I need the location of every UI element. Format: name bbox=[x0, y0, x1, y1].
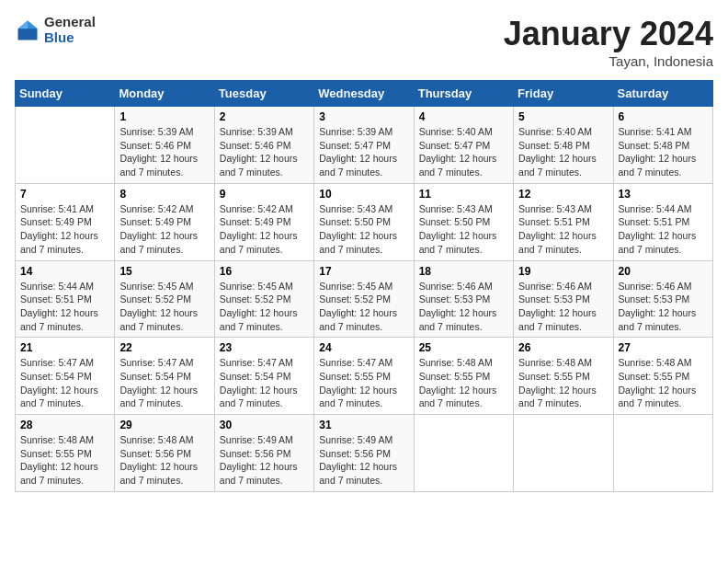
calendar-cell bbox=[613, 415, 712, 492]
calendar-cell: 13Sunrise: 5:44 AM Sunset: 5:51 PM Dayli… bbox=[613, 183, 712, 260]
day-number: 26 bbox=[518, 341, 608, 354]
day-number: 16 bbox=[220, 265, 309, 278]
calendar-cell: 1Sunrise: 5:39 AM Sunset: 5:46 PM Daylig… bbox=[115, 107, 214, 184]
day-detail: Sunrise: 5:43 AM Sunset: 5:51 PM Dayligh… bbox=[518, 202, 608, 257]
day-detail: Sunrise: 5:43 AM Sunset: 5:50 PM Dayligh… bbox=[419, 202, 508, 257]
day-detail: Sunrise: 5:45 AM Sunset: 5:52 PM Dayligh… bbox=[319, 280, 408, 334]
day-number: 24 bbox=[319, 341, 408, 354]
calendar-cell: 6Sunrise: 5:41 AM Sunset: 5:48 PM Daylig… bbox=[613, 107, 712, 184]
day-number: 6 bbox=[619, 110, 708, 123]
calendar-cell: 26Sunrise: 5:48 AM Sunset: 5:55 PM Dayli… bbox=[514, 338, 613, 415]
calendar-cell: 19Sunrise: 5:46 AM Sunset: 5:53 PM Dayli… bbox=[514, 260, 613, 338]
day-number: 13 bbox=[619, 188, 708, 201]
day-detail: Sunrise: 5:46 AM Sunset: 5:53 PM Dayligh… bbox=[619, 280, 708, 334]
day-detail: Sunrise: 5:44 AM Sunset: 5:51 PM Dayligh… bbox=[20, 280, 109, 334]
calendar-week-row: 14Sunrise: 5:44 AM Sunset: 5:51 PM Dayli… bbox=[16, 260, 713, 338]
calendar-header-row: Sunday Monday Tuesday Wednesday Thursday… bbox=[16, 81, 713, 107]
calendar-cell: 12Sunrise: 5:43 AM Sunset: 5:51 PM Dayli… bbox=[514, 183, 613, 260]
calendar-cell: 10Sunrise: 5:43 AM Sunset: 5:50 PM Dayli… bbox=[314, 183, 414, 260]
day-detail: Sunrise: 5:45 AM Sunset: 5:52 PM Dayligh… bbox=[119, 280, 209, 334]
calendar-cell: 27Sunrise: 5:48 AM Sunset: 5:55 PM Dayli… bbox=[613, 338, 712, 415]
col-thursday: Thursday bbox=[414, 81, 513, 107]
calendar-cell: 31Sunrise: 5:49 AM Sunset: 5:56 PM Dayli… bbox=[314, 415, 414, 492]
calendar-cell: 30Sunrise: 5:49 AM Sunset: 5:56 PM Dayli… bbox=[214, 415, 313, 492]
col-wednesday: Wednesday bbox=[314, 81, 414, 107]
day-detail: Sunrise: 5:41 AM Sunset: 5:49 PM Dayligh… bbox=[20, 202, 109, 257]
day-number: 25 bbox=[419, 341, 508, 354]
day-detail: Sunrise: 5:48 AM Sunset: 5:55 PM Dayligh… bbox=[419, 356, 508, 410]
day-detail: Sunrise: 5:47 AM Sunset: 5:54 PM Dayligh… bbox=[220, 356, 309, 410]
day-detail: Sunrise: 5:46 AM Sunset: 5:53 PM Dayligh… bbox=[518, 280, 608, 334]
logo-text: General Blue bbox=[44, 15, 96, 45]
day-detail: Sunrise: 5:40 AM Sunset: 5:48 PM Dayligh… bbox=[518, 125, 608, 179]
day-number: 7 bbox=[20, 188, 109, 201]
day-number: 31 bbox=[319, 419, 408, 431]
day-number: 14 bbox=[20, 265, 109, 278]
calendar-cell: 14Sunrise: 5:44 AM Sunset: 5:51 PM Dayli… bbox=[16, 260, 115, 338]
svg-marker-1 bbox=[28, 20, 38, 29]
calendar-cell: 25Sunrise: 5:48 AM Sunset: 5:55 PM Dayli… bbox=[414, 338, 513, 415]
day-number: 9 bbox=[220, 188, 309, 201]
day-detail: Sunrise: 5:42 AM Sunset: 5:49 PM Dayligh… bbox=[119, 202, 209, 257]
day-number: 2 bbox=[220, 110, 309, 123]
day-number: 10 bbox=[319, 188, 408, 201]
day-number: 12 bbox=[518, 188, 608, 201]
calendar-cell: 4Sunrise: 5:40 AM Sunset: 5:47 PM Daylig… bbox=[414, 107, 513, 184]
day-number: 22 bbox=[119, 341, 209, 354]
day-detail: Sunrise: 5:45 AM Sunset: 5:52 PM Dayligh… bbox=[220, 280, 309, 334]
col-tuesday: Tuesday bbox=[214, 81, 313, 107]
header: General Blue January 2024 Tayan, Indones… bbox=[15, 15, 713, 69]
calendar-cell: 21Sunrise: 5:47 AM Sunset: 5:54 PM Dayli… bbox=[16, 338, 115, 415]
calendar-week-row: 1Sunrise: 5:39 AM Sunset: 5:46 PM Daylig… bbox=[16, 107, 713, 184]
calendar-cell: 17Sunrise: 5:45 AM Sunset: 5:52 PM Dayli… bbox=[314, 260, 414, 338]
calendar-cell bbox=[514, 415, 613, 492]
day-number: 18 bbox=[419, 265, 508, 278]
day-number: 1 bbox=[119, 110, 209, 123]
day-detail: Sunrise: 5:48 AM Sunset: 5:56 PM Dayligh… bbox=[119, 433, 209, 488]
calendar-cell: 5Sunrise: 5:40 AM Sunset: 5:48 PM Daylig… bbox=[514, 107, 613, 184]
calendar-cell: 7Sunrise: 5:41 AM Sunset: 5:49 PM Daylig… bbox=[16, 183, 115, 260]
logo: General Blue bbox=[15, 15, 96, 45]
col-saturday: Saturday bbox=[613, 81, 712, 107]
calendar-cell: 20Sunrise: 5:46 AM Sunset: 5:53 PM Dayli… bbox=[613, 260, 712, 338]
calendar-week-row: 28Sunrise: 5:48 AM Sunset: 5:55 PM Dayli… bbox=[16, 415, 713, 492]
day-number: 20 bbox=[619, 265, 708, 278]
calendar-cell: 11Sunrise: 5:43 AM Sunset: 5:50 PM Dayli… bbox=[414, 183, 513, 260]
calendar-cell: 28Sunrise: 5:48 AM Sunset: 5:55 PM Dayli… bbox=[16, 415, 115, 492]
calendar-cell: 15Sunrise: 5:45 AM Sunset: 5:52 PM Dayli… bbox=[115, 260, 214, 338]
calendar-cell: 18Sunrise: 5:46 AM Sunset: 5:53 PM Dayli… bbox=[414, 260, 513, 338]
day-number: 21 bbox=[20, 341, 109, 354]
logo-blue-text: Blue bbox=[44, 30, 96, 46]
day-detail: Sunrise: 5:48 AM Sunset: 5:55 PM Dayligh… bbox=[20, 433, 109, 488]
day-detail: Sunrise: 5:40 AM Sunset: 5:47 PM Dayligh… bbox=[419, 125, 508, 179]
calendar-cell: 2Sunrise: 5:39 AM Sunset: 5:46 PM Daylig… bbox=[214, 107, 313, 184]
calendar-table: Sunday Monday Tuesday Wednesday Thursday… bbox=[15, 80, 713, 492]
day-detail: Sunrise: 5:47 AM Sunset: 5:55 PM Dayligh… bbox=[319, 356, 408, 410]
col-monday: Monday bbox=[115, 81, 214, 107]
day-detail: Sunrise: 5:41 AM Sunset: 5:48 PM Dayligh… bbox=[619, 125, 708, 179]
day-number: 11 bbox=[419, 188, 508, 201]
day-detail: Sunrise: 5:43 AM Sunset: 5:50 PM Dayligh… bbox=[319, 202, 408, 257]
day-number: 5 bbox=[518, 110, 608, 123]
calendar-cell: 29Sunrise: 5:48 AM Sunset: 5:56 PM Dayli… bbox=[115, 415, 214, 492]
day-number: 23 bbox=[220, 341, 309, 354]
day-number: 29 bbox=[119, 419, 209, 431]
day-number: 17 bbox=[319, 265, 408, 278]
calendar-cell: 9Sunrise: 5:42 AM Sunset: 5:49 PM Daylig… bbox=[214, 183, 313, 260]
calendar-cell bbox=[16, 107, 115, 184]
logo-icon bbox=[15, 17, 40, 43]
title-area: January 2024 Tayan, Indonesia bbox=[504, 15, 713, 69]
day-number: 27 bbox=[619, 341, 708, 354]
calendar-cell: 8Sunrise: 5:42 AM Sunset: 5:49 PM Daylig… bbox=[115, 183, 214, 260]
day-detail: Sunrise: 5:48 AM Sunset: 5:55 PM Dayligh… bbox=[518, 356, 608, 410]
day-detail: Sunrise: 5:39 AM Sunset: 5:47 PM Dayligh… bbox=[319, 125, 408, 179]
calendar-cell: 22Sunrise: 5:47 AM Sunset: 5:54 PM Dayli… bbox=[115, 338, 214, 415]
calendar-cell: 23Sunrise: 5:47 AM Sunset: 5:54 PM Dayli… bbox=[214, 338, 313, 415]
calendar-week-row: 7Sunrise: 5:41 AM Sunset: 5:49 PM Daylig… bbox=[16, 183, 713, 260]
calendar-cell: 16Sunrise: 5:45 AM Sunset: 5:52 PM Dayli… bbox=[214, 260, 313, 338]
calendar-cell: 24Sunrise: 5:47 AM Sunset: 5:55 PM Dayli… bbox=[314, 338, 414, 415]
day-number: 8 bbox=[119, 188, 209, 201]
day-detail: Sunrise: 5:46 AM Sunset: 5:53 PM Dayligh… bbox=[419, 280, 508, 334]
day-number: 3 bbox=[319, 110, 408, 123]
col-sunday: Sunday bbox=[16, 81, 115, 107]
